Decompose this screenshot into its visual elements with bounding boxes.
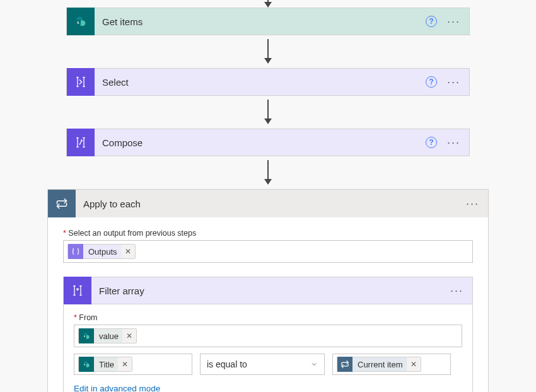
step-get-items[interactable]: S Get items ? ··· [66, 8, 470, 35]
token-outputs[interactable]: Outputs ✕ [67, 244, 136, 259]
more-menu-icon[interactable]: ··· [447, 79, 460, 85]
token-current-item[interactable]: Current item ✕ [337, 357, 421, 372]
more-menu-icon[interactable]: ··· [447, 18, 460, 25]
edit-advanced-mode-link[interactable]: Edit in advanced mode [74, 384, 462, 392]
token-value[interactable]: S value ✕ [78, 328, 137, 343]
step-filter-array[interactable]: Filter array ··· [63, 277, 473, 304]
operator-value: is equal to [207, 359, 247, 369]
token-remove-icon[interactable]: ✕ [121, 247, 135, 256]
filter-operator-select[interactable]: is equal to [200, 354, 325, 375]
sharepoint-icon: S [67, 8, 95, 35]
token-remove-icon[interactable]: ✕ [118, 360, 132, 369]
help-icon[interactable]: ? [426, 76, 437, 88]
field-label: * From [74, 313, 462, 322]
step-apply-to-each: Apply to each ··· * Select an output fro… [47, 189, 489, 392]
connector-arrow [267, 0, 269, 3]
help-icon[interactable]: ? [426, 137, 437, 148]
token-label: value [94, 329, 122, 343]
filter-left-input[interactable]: S Title ✕ [74, 354, 192, 375]
step-title: Compose [95, 137, 426, 148]
filter-body: * From S value ✕ [63, 304, 473, 392]
loop-icon [48, 190, 76, 217]
more-menu-icon[interactable]: ··· [447, 139, 460, 146]
help-icon[interactable]: ? [426, 16, 437, 27]
select-icon [67, 68, 95, 96]
more-menu-icon[interactable]: ··· [466, 200, 479, 207]
svg-text:S: S [77, 20, 79, 25]
chevron-down-icon [310, 360, 318, 368]
compose-icon [67, 129, 95, 156]
output-selector-input[interactable]: Outputs ✕ [63, 240, 473, 263]
data-operation-icon [68, 244, 83, 259]
sharepoint-icon: S [79, 357, 94, 372]
token-remove-icon[interactable]: ✕ [407, 360, 421, 369]
token-title[interactable]: S Title ✕ [78, 357, 132, 372]
loop-icon [337, 357, 352, 372]
token-remove-icon[interactable]: ✕ [122, 331, 136, 340]
field-label: * Select an output from previous steps [63, 229, 473, 238]
token-label: Current item [352, 357, 407, 371]
step-compose[interactable]: Compose ? ··· [66, 129, 470, 156]
connector-arrow [267, 39, 269, 63]
token-label: Title [94, 357, 118, 371]
step-title: Select [95, 77, 426, 88]
step-title: Filter array [91, 285, 450, 296]
step-title: Apply to each [76, 199, 466, 209]
token-label: Outputs [83, 245, 121, 258]
step-title: Get items [95, 16, 426, 27]
filter-array-icon [64, 277, 91, 304]
step-header[interactable]: Apply to each ··· [48, 190, 488, 217]
filter-right-input[interactable]: Current item ✕ [332, 354, 451, 375]
more-menu-icon[interactable]: ··· [450, 287, 463, 294]
connector-arrow [267, 100, 269, 124]
step-select[interactable]: Select ? ··· [66, 68, 470, 96]
sharepoint-icon: S [79, 328, 94, 343]
connector-arrow [267, 160, 269, 184]
from-input[interactable]: S value ✕ [74, 325, 462, 347]
